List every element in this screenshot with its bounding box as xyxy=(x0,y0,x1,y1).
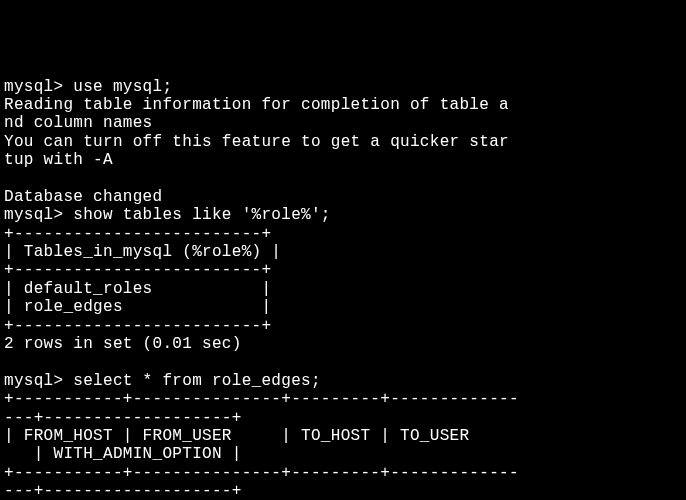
terminal-line: tup with -A xyxy=(4,151,113,169)
terminal-line: +-----------+---------------+---------+-… xyxy=(4,390,519,408)
terminal-line: +-----------+---------------+---------+-… xyxy=(4,464,519,482)
terminal-line: | FROM_HOST | FROM_USER | TO_HOST | TO_U… xyxy=(4,427,519,445)
terminal-line: Database changed xyxy=(4,188,162,206)
terminal-line: | default_roles | xyxy=(4,280,271,298)
terminal-line: You can turn off this feature to get a q… xyxy=(4,133,509,151)
terminal-line: 2 rows in set (0.01 sec) xyxy=(4,335,242,353)
terminal-line: Reading table information for completion… xyxy=(4,96,509,114)
terminal-line: | Tables_in_mysql (%role%) | xyxy=(4,243,281,261)
terminal-line: ---+-------------------+ xyxy=(4,409,242,427)
terminal-line: nd column names xyxy=(4,114,153,132)
terminal-line: +-------------------------+ xyxy=(4,261,271,279)
terminal-line: mysql> show tables like '%role%'; xyxy=(4,206,331,224)
terminal-line: | WITH_ADMIN_OPTION | xyxy=(4,445,242,463)
terminal-line: | role_edges | xyxy=(4,298,271,316)
terminal-line: +-------------------------+ xyxy=(4,317,271,335)
terminal-line: mysql> use mysql; xyxy=(4,78,172,96)
terminal-line: mysql> select * from role_edges; xyxy=(4,372,321,390)
terminal-line: ---+-------------------+ xyxy=(4,482,242,500)
terminal-line: +-------------------------+ xyxy=(4,225,271,243)
terminal-output: mysql> use mysql; Reading table informat… xyxy=(4,78,682,500)
